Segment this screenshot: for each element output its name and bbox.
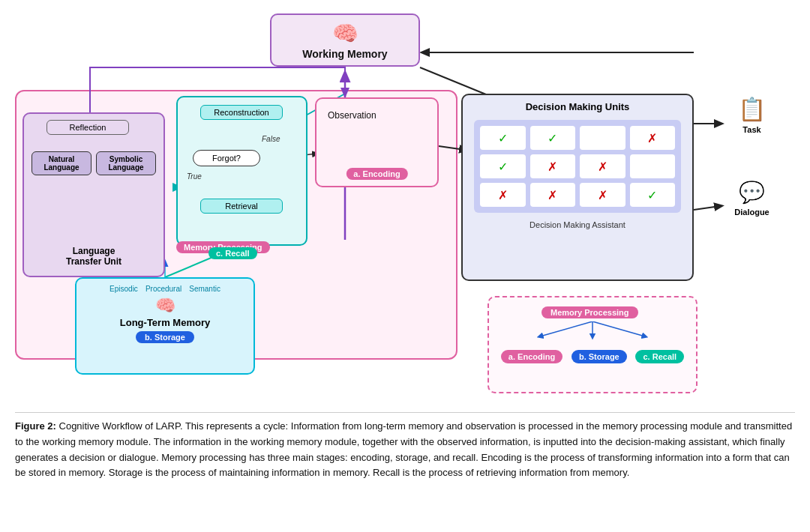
cell-4: ✗ (630, 126, 676, 150)
cell-6: ✗ (530, 154, 576, 178)
cell-10: ✗ (530, 183, 576, 207)
inset-encoding-btn: a. Encoding (501, 350, 562, 363)
semantic-label: Semantic (189, 285, 220, 293)
inset-memory-processing-label: Memory Processing (542, 306, 638, 318)
cell-11: ✗ (580, 183, 626, 207)
reconstruction-box: Reconstruction (200, 105, 283, 120)
long-term-memory-box: Episodic Procedural Semantic 🧠 Long-Term… (75, 277, 255, 375)
caption-label: Figure 2: (15, 420, 56, 432)
forgot-label: Forgot? (212, 154, 241, 163)
ltu-label: LanguageTransfer Unit (24, 246, 164, 267)
inset-arrows-svg (518, 321, 668, 342)
natural-language-box: NaturalLanguage (32, 151, 92, 175)
cell-5: ✓ (480, 154, 526, 178)
memory-proc-inner-box: Reconstruction False Forgot? True Retrie… (176, 96, 308, 246)
storage-label: b. Storage (136, 331, 194, 343)
ltm-title: Long-Term Memory (76, 317, 254, 328)
reflection-label: Reflection (70, 123, 106, 132)
caption: Figure 2: Cognitive Workflow of LARP. Th… (15, 412, 795, 481)
caption-text: Cognitive Workflow of LARP. This represe… (15, 420, 792, 478)
observation-label: Observation (328, 110, 376, 121)
ltm-top-labels: Episodic Procedural Semantic (76, 285, 254, 293)
diagram-area: 🧠 Working Memory Reflection NaturalLangu… (15, 7, 795, 405)
false-label: False (262, 135, 280, 143)
true-label: True (187, 172, 202, 181)
ltu-inner: NaturalLanguage SymbolicLanguage (32, 151, 156, 175)
symbolic-language-box: SymbolicLanguage (96, 151, 156, 175)
episodic-label: Episodic (110, 285, 138, 293)
inset-storage-btn: b. Storage (572, 350, 627, 363)
ltm-brain-icon: 🧠 (76, 296, 254, 315)
svg-line-0 (540, 321, 592, 336)
inset-diagram: Memory Processing a. Encoding b. Storage… (488, 296, 698, 393)
cell-7: ✗ (580, 154, 626, 178)
cell-9: ✗ (480, 183, 526, 207)
retrieval-box: Retrieval (200, 199, 283, 214)
encoding-label: a. Encoding (346, 168, 407, 180)
dialogue-icon: 💬 (720, 180, 784, 205)
task-icon: 📋 (720, 96, 784, 122)
retrieval-label: Retrieval (225, 202, 257, 211)
cell-2: ✓ (530, 126, 576, 150)
inset-recall-btn: c. Recall (635, 350, 684, 363)
cell-3 (580, 126, 626, 150)
task-label: Task (742, 125, 760, 134)
decision-making-title: Decision Making Units (463, 101, 692, 112)
language-transfer-unit-box: Reflection NaturalLanguage SymbolicLangu… (22, 112, 165, 277)
working-memory-title: Working Memory (302, 48, 387, 60)
decision-grid: ✓ ✓ ✗ ✓ ✗ ✗ ✗ ✗ ✗ ✓ (474, 120, 681, 213)
recall-label: c. Recall (208, 247, 257, 259)
dialogue-box: 💬 Dialogue (720, 180, 784, 218)
cell-12: ✓ (630, 183, 676, 207)
task-box: 📋 Task (720, 96, 784, 136)
svg-line-2 (592, 321, 645, 336)
procedural-label: Procedural (146, 285, 182, 293)
reconstruction-label: Reconstruction (214, 108, 268, 117)
inset-bottom: a. Encoding b. Storage c. Recall (496, 350, 688, 363)
cell-8 (630, 154, 676, 178)
working-memory-box: 🧠 Working Memory (270, 13, 420, 67)
svg-line-7 (694, 206, 720, 210)
dialogue-label: Dialogue (734, 208, 769, 217)
cell-1: ✓ (480, 126, 526, 150)
brain-icon: 🧠 (276, 21, 414, 46)
decision-making-subtitle: Decision Making Assistant (463, 220, 692, 229)
decision-making-box: Decision Making Units ✓ ✓ ✗ ✓ ✗ ✗ ✗ ✗ ✗ … (461, 94, 694, 281)
reflection-box: Reflection (46, 120, 129, 135)
encoding-section-box: Observation a. Encoding (315, 97, 439, 187)
forgot-box: Forgot? (193, 150, 260, 166)
